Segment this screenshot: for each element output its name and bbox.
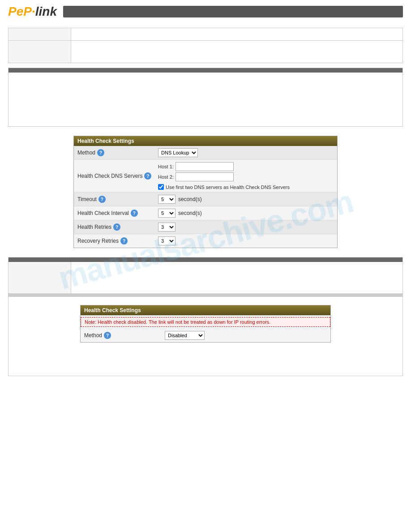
logo-dot: · [32,4,35,19]
hcs1-interval-control: 5 10 15 20 30 second(s) [158,209,334,218]
hcs2-method-label: Method ? [84,332,165,339]
hcs1-method-label: Method ? [77,149,158,156]
hcs1-retries-help-icon[interactable]: ? [113,223,120,231]
section2: Health Check Settings Note: Health check… [8,257,403,376]
hcs2-title: Health Check Settings [81,305,330,315]
dns-host1-row: Host 1: [158,162,290,171]
hcs2-wrapper: Health Check Settings Note: Health check… [15,300,396,347]
hcs1-retries-control: 3 5 10 [158,223,334,232]
hcs1-timeout-label: Timeout ? [77,196,158,203]
hcs2-method-help-icon[interactable]: ? [104,332,111,339]
hcs1-recovery-control: 3 5 10 [158,236,334,245]
host1-input[interactable] [176,162,234,171]
hcs1-dns-row: Health Check DNS Servers ? Host 1: Host … [74,160,337,193]
hcs1-retries-select[interactable]: 3 5 10 [158,223,176,232]
hcs1-retries-label: Health Retries ? [77,223,158,231]
hcs1-dns-help-icon[interactable]: ? [144,172,151,180]
section2-header [9,257,402,262]
top-row2-label [9,41,71,63]
hcs1-method-control: DNS Lookup ICMP Ping HTTP Disabled [158,148,334,157]
hcs1-method-select[interactable]: DNS Lookup ICMP Ping HTTP Disabled [158,148,198,157]
logo-pep: PeP [8,4,32,19]
section1 [8,68,403,127]
hcs1-recovery-row: Recovery Retries ? 3 5 10 [74,234,337,248]
section1-header [9,68,402,73]
section2-bottom-space [9,353,402,376]
top-row1-value [71,28,403,41]
hcs1-wrapper: Health Check Settings Method ? DNS Looku… [8,131,403,253]
hcs2-note: Note: Health check disabled. The link wi… [81,317,330,327]
hcs1-method-row: Method ? DNS Lookup ICMP Ping HTTP Disab… [74,146,337,160]
section2-right [71,262,402,293]
hcs1-title: Health Check Settings [74,136,337,146]
hcs1-timeout-select[interactable]: 5 10 15 20 30 [158,195,176,204]
hcs1-method-help-icon[interactable]: ? [97,149,104,156]
use-first-two-label: Use first two DNS servers as Health Chec… [166,184,290,190]
logo: PeP · link [8,4,57,19]
hcs1-dns-label: Health Check DNS Servers ? [77,172,158,180]
use-first-two-checkbox[interactable] [158,184,164,190]
host1-label: Host 1: [158,164,174,169]
section2-sub-header [9,293,402,297]
hcs1-dns-control: Host 1: Host 2: Use first two DNS server… [158,162,334,190]
hcs1-recovery-select[interactable]: 3 5 10 [158,236,176,245]
hcs1-timeout-help-icon[interactable]: ? [98,196,106,203]
hcs2-method-row: Method ? DNS Lookup ICMP Ping HTTP Disab… [81,329,330,342]
interval-unit: second(s) [178,210,202,216]
hcs1-retries-row: Health Retries ? 3 5 10 [74,220,337,234]
timeout-unit: second(s) [178,196,202,202]
hcs-panel-1: Health Check Settings Method ? DNS Looku… [73,136,338,248]
use-first-two-row: Use first two DNS servers as Health Chec… [158,184,290,190]
dns-servers-block: Host 1: Host 2: Use first two DNS server… [158,162,290,190]
top-row1-label [9,28,71,41]
section1-content [9,73,402,126]
top-row-1 [9,28,403,41]
logo-link: link [35,4,57,19]
section2-left [9,262,71,293]
host2-label: Host 2: [158,174,174,180]
hcs1-interval-help-icon[interactable]: ? [131,210,138,217]
hcs1-timeout-control: 5 10 15 20 30 second(s) [158,195,334,204]
header: PeP · link [0,0,411,23]
hcs1-recovery-help-icon[interactable]: ? [120,237,128,245]
header-bar [63,6,403,17]
dns-host2-row: Host 2: [158,172,290,181]
hcs1-interval-select[interactable]: 5 10 15 20 30 [158,209,176,218]
host2-input[interactable] [176,172,234,181]
hcs2-method-select[interactable]: DNS Lookup ICMP Ping HTTP Disabled [165,331,205,340]
hcs1-interval-row: Health Check Interval ? 5 10 15 20 30 se… [74,206,337,220]
top-row-2 [9,41,403,63]
top-row2-value [71,41,403,63]
hcs1-interval-label: Health Check Interval ? [77,210,158,217]
hcs2-method-control: DNS Lookup ICMP Ping HTTP Disabled [165,331,327,340]
top-table [8,28,403,63]
section2-content [9,262,402,293]
hcs1-recovery-label: Recovery Retries ? [77,237,158,245]
hcs-panel-2: Health Check Settings Note: Health check… [80,305,331,343]
hcs1-timeout-row: Timeout ? 5 10 15 20 30 second(s) [74,193,337,206]
